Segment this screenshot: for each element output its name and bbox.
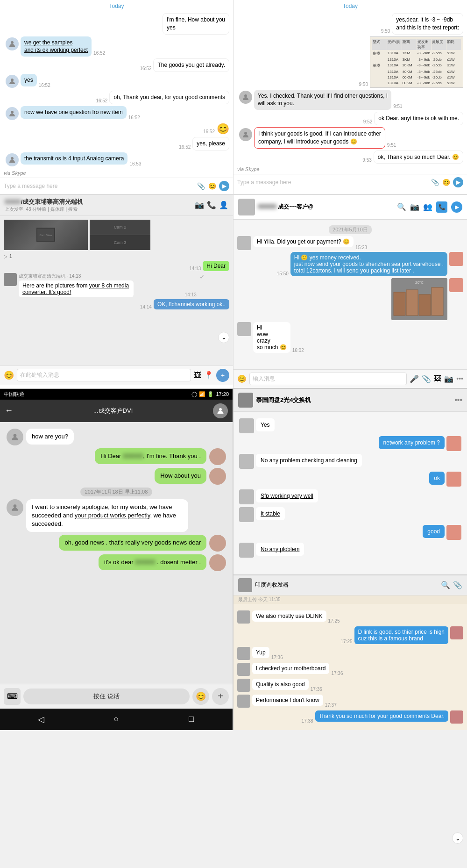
- avatar: [6, 153, 19, 166]
- group-header-info: XXXXX 成交----客户@: [258, 203, 394, 211]
- plus-button[interactable]: +: [212, 688, 229, 705]
- svg-rect-13: [432, 287, 443, 316]
- rc-sub-avatar-right-2: [450, 710, 463, 724]
- svg-point-19: [14, 504, 17, 508]
- msg-row: oh, Thank you dear, for your good commen…: [0, 90, 233, 105]
- apps-nav-button[interactable]: □: [182, 712, 201, 726]
- keyboard-button[interactable]: ⌨: [4, 688, 21, 705]
- emoji-btn[interactable]: 😊: [4, 370, 14, 380]
- rc-msg-sub: Performance I don't know 17:37: [237, 695, 463, 708]
- bubble: The goods you got already.: [153, 58, 229, 72]
- camera-image-2: Cam 2 Cam 3: [90, 220, 150, 250]
- sender-name: 成交束埔寨高清光端机 · 14:13: [19, 273, 183, 280]
- phone-chat-title: ...成交客户DVI: [16, 407, 210, 415]
- phone-girl-avatar-2: [209, 468, 226, 485]
- wechat-ts: 14:13: [185, 292, 197, 297]
- expand-btn[interactable]: ⌄: [218, 332, 229, 343]
- video-call-btn[interactable]: ▶: [451, 201, 462, 213]
- emoji-button[interactable]: 😊: [192, 688, 209, 705]
- attachment-icon[interactable]: 📎: [197, 182, 205, 190]
- location-btn[interactable]: 📍: [204, 371, 213, 380]
- msg-row: yes,dear. it is -3 ~ -9dband this is the…: [234, 12, 467, 36]
- type-input-label[interactable]: Type a message here: [4, 183, 197, 189]
- emoji-icon-right[interactable]: 😊: [442, 178, 450, 187]
- expand-btn-2[interactable]: ⌄: [452, 832, 463, 844]
- send-button[interactable]: ▶: [219, 181, 229, 191]
- rc-ts: 17:25: [328, 618, 340, 624]
- wechat-header-icons: 📷 📞 👤: [195, 201, 228, 209]
- search-icon[interactable]: 🔍: [397, 202, 406, 211]
- msg-row: 型式光纤/损距离光发出功率灵敏度消耗 多模1310A1KM-3~-9db-26d…: [234, 36, 467, 89]
- channel-indicator: ▷ 1: [4, 254, 229, 259]
- gc-boxes-image: 20°C: [391, 278, 447, 320]
- home-nav-button[interactable]: ○: [107, 712, 126, 726]
- blurred-contact-2: XXXXX: [135, 558, 155, 567]
- image-btn[interactable]: 🖼: [194, 371, 201, 380]
- msg-row: now we have one question fro new item 16…: [0, 105, 233, 122]
- phone-nav-bar: ◁ ○ □: [0, 709, 233, 730]
- phone-bubble: how are you?: [26, 429, 74, 445]
- rc-bubble: Yes: [256, 418, 275, 432]
- svg-point-4: [244, 94, 247, 97]
- more-gc-icon[interactable]: •••: [456, 375, 463, 382]
- rc-section-icons: 🔍 📎: [441, 581, 462, 589]
- table-image: 型式光纤/损距离光发出功率灵敏度消耗 多模1310A1KM-3~-9db-26d…: [370, 36, 463, 88]
- send-btn[interactable]: +: [216, 369, 229, 382]
- emoji-gc-icon[interactable]: 😊: [237, 374, 247, 383]
- gc-avatar-right-2: [449, 278, 463, 292]
- rc-sub-avatar: [237, 610, 250, 624]
- more-btn-top[interactable]: •••: [454, 396, 462, 404]
- phone-footer: ⌨ 按住 说话 😊 +: [0, 684, 233, 709]
- search-icon-bottom[interactable]: 🔍: [441, 581, 450, 589]
- emoji-bubble: 😊: [217, 123, 229, 135]
- phone-body: how are you? Hi Dear XXXXX, I'm fine. Th…: [0, 422, 233, 684]
- attach-icon[interactable]: 📎: [422, 374, 431, 383]
- send-button-right[interactable]: ▶: [453, 177, 463, 187]
- blurred-contact: XXXXX: [123, 452, 143, 460]
- avatar: [6, 75, 19, 88]
- rc-msg: No any problem checking and cleaning: [237, 454, 463, 469]
- emoji-icon[interactable]: 😊: [208, 182, 216, 190]
- gc-msg: Hi 🙂 yes money received.just now send yo…: [237, 252, 463, 276]
- rc-section-title: 印度询收发器: [255, 581, 289, 589]
- gc-avatar: [237, 236, 251, 250]
- msg-row: the transmit os is 4 input Analog camera…: [0, 151, 233, 168]
- attachment-icon-right[interactable]: 📎: [431, 178, 439, 187]
- blue-btn[interactable]: 📞: [436, 201, 447, 213]
- wechat-input[interactable]: 在此处输入消息: [17, 369, 191, 381]
- video-gc-icon[interactable]: 📷: [444, 374, 453, 383]
- back-nav-button[interactable]: ◁: [32, 712, 50, 726]
- phone-msg: Hi Dear XXXXX, I'm fine. Thank you .: [4, 448, 229, 465]
- wechat-subtitle: 上次发至: 43 分钟前 | 媒体库 | 搜索: [5, 206, 192, 213]
- group-title: XXXXX 成交----客户@: [258, 203, 394, 211]
- phone-icon[interactable]: 📞: [207, 201, 216, 209]
- type-input-right[interactable]: Type a message here: [237, 179, 431, 186]
- image-gc-icon[interactable]: 🖼: [434, 374, 441, 383]
- video-icon[interactable]: 📷: [410, 202, 419, 211]
- gc-bubble: Hi Yilia. Did you get our payment? 😊: [253, 236, 354, 247]
- talk-button[interactable]: 按住 说话: [23, 689, 190, 704]
- wechat-ts: 14:14: [140, 304, 152, 309]
- timestamp: 16:52: [179, 144, 191, 150]
- svg-point-17: [216, 453, 219, 457]
- type-icons-right: 📎 😊 ▶: [431, 177, 463, 187]
- gc-input[interactable]: 输入消息: [249, 373, 407, 385]
- via-label: via Skype: [234, 165, 467, 174]
- rc-msg-sub: We also mostly use DLINK 17:25: [237, 610, 463, 624]
- svg-rect-11: [406, 290, 418, 316]
- phone-msg: it's ok dear XXXXX . dosent metter .: [4, 554, 229, 571]
- sfp-text: Sfp working very well: [261, 493, 313, 499]
- attach-icon-bottom[interactable]: 📎: [453, 581, 462, 589]
- video-call-icon[interactable]: 📷: [195, 201, 204, 209]
- add-contact-icon[interactable]: 👤: [219, 201, 228, 209]
- svg-point-1: [11, 79, 14, 81]
- timestamp: 9:50: [381, 29, 390, 34]
- rc-last-upload: 最后上传 今天 11:35: [234, 595, 467, 604]
- mic-icon[interactable]: 🎤: [410, 374, 419, 383]
- type-bar: Type a message here 📎 😊 ▶: [0, 178, 233, 194]
- top-section: Today I'm fine, How about youyes we get …: [0, 0, 467, 194]
- back-button[interactable]: ←: [5, 406, 13, 416]
- contacts-icon[interactable]: 👥: [423, 202, 432, 211]
- rc-msg-sub: Quality is also good 17:36: [237, 679, 463, 692]
- msg-row: 😊 16:52: [0, 122, 233, 136]
